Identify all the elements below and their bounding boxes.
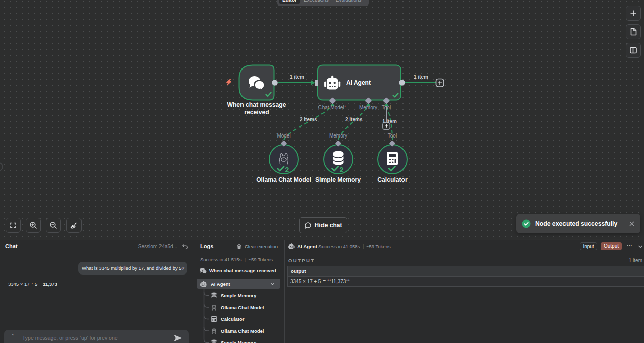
svg-text:2: 2 <box>285 166 289 174</box>
svg-text:2: 2 <box>340 166 344 174</box>
